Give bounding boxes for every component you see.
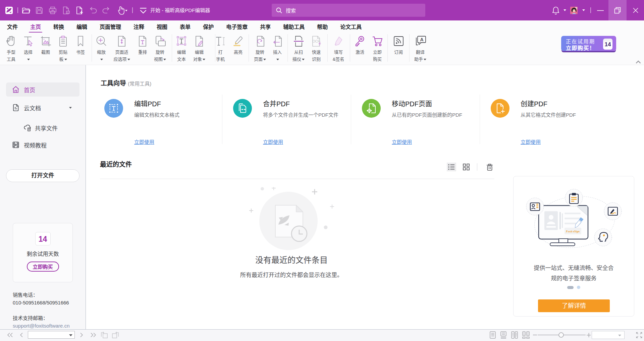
svg-text:OCR: OCR	[313, 39, 321, 43]
svg-text:A: A	[420, 37, 424, 42]
svg-text:Foxit eSign: Foxit eSign	[566, 230, 580, 233]
